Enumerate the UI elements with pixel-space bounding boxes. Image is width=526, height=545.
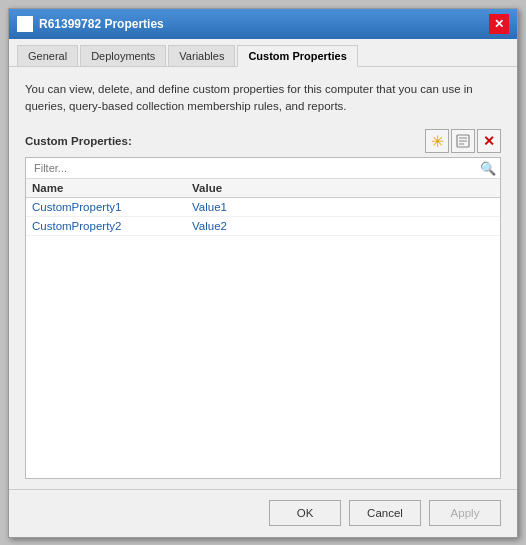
toolbar-icons: ✳ ✕ [425, 129, 501, 153]
tab-bar: General Deployments Variables Custom Pro… [9, 39, 517, 67]
search-icon: 🔍 [480, 161, 496, 176]
properties-window: ⊞ R61399782 Properties ✕ General Deploym… [8, 8, 518, 538]
section-label: Custom Properties: [25, 135, 132, 147]
bottom-bar: OK Cancel Apply [9, 489, 517, 537]
tab-variables[interactable]: Variables [168, 45, 235, 66]
tab-custom-properties[interactable]: Custom Properties [237, 45, 357, 67]
edit-button[interactable] [451, 129, 475, 153]
table-body: CustomProperty1 Value1 CustomProperty2 V… [26, 198, 500, 478]
table-row[interactable]: CustomProperty2 Value2 [26, 217, 500, 236]
cell-value: Value2 [192, 220, 494, 232]
description-text: You can view, delete, and define custom … [25, 81, 501, 116]
add-button[interactable]: ✳ [425, 129, 449, 153]
table-row[interactable]: CustomProperty1 Value1 [26, 198, 500, 217]
cell-value: Value1 [192, 201, 494, 213]
close-button[interactable]: ✕ [489, 14, 509, 34]
edit-icon [456, 134, 470, 148]
ok-button[interactable]: OK [269, 500, 341, 526]
tab-general[interactable]: General [17, 45, 78, 66]
section-header: Custom Properties: ✳ ✕ [25, 129, 501, 153]
table-header: Name Value [26, 179, 500, 198]
tab-deployments[interactable]: Deployments [80, 45, 166, 66]
table-container: 🔍 Name Value CustomProperty1 Value1 Cust… [25, 157, 501, 479]
cell-name: CustomProperty1 [32, 201, 192, 213]
starburst-icon: ✳ [431, 132, 444, 151]
delete-icon: ✕ [483, 133, 495, 149]
title-bar: ⊞ R61399782 Properties ✕ [9, 9, 517, 39]
delete-button[interactable]: ✕ [477, 129, 501, 153]
column-header-value: Value [192, 182, 494, 194]
filter-row: 🔍 [26, 158, 500, 179]
filter-input[interactable] [30, 160, 480, 176]
cell-name: CustomProperty2 [32, 220, 192, 232]
cancel-button[interactable]: Cancel [349, 500, 421, 526]
window-icon: ⊞ [17, 16, 33, 32]
window-title: R61399782 Properties [39, 17, 164, 31]
column-header-name: Name [32, 182, 192, 194]
apply-button[interactable]: Apply [429, 500, 501, 526]
content-area: You can view, delete, and define custom … [9, 67, 517, 489]
